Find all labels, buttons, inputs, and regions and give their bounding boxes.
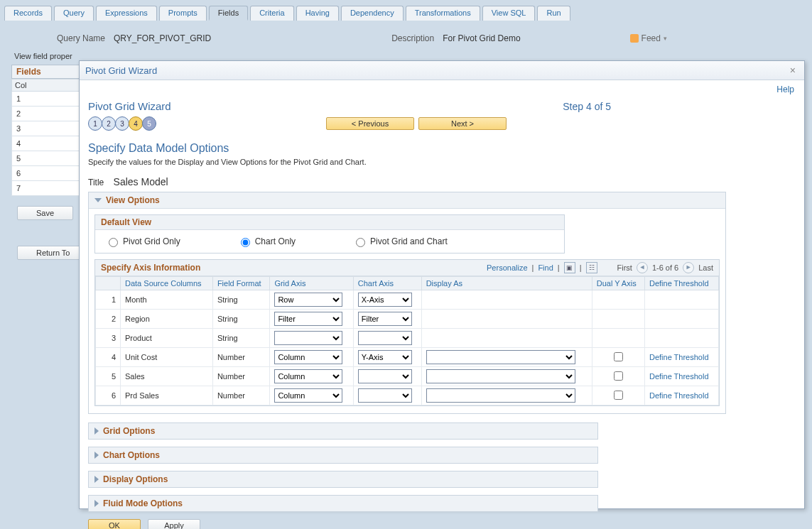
step-1[interactable]: 1 [88,116,102,131]
grid-axis-select[interactable]: Filter [274,312,342,326]
fluid-mode-options-header[interactable]: Fluid Mode Options [88,495,598,512]
section-desc: Specify the values for the Display and V… [88,158,796,166]
first-label[interactable]: First [617,263,632,272]
step-indicator: Step 4 of 5 [563,101,611,112]
define-threshold-link[interactable]: Define Threshold [649,372,709,381]
data-source: Unit Cost [121,348,213,367]
chart-axis-select[interactable] [358,331,412,345]
display-options-header[interactable]: Display Options [88,471,598,488]
define-threshold-cell: Define Threshold [644,348,718,367]
display-as-cell [421,367,592,386]
last-label[interactable]: Last [698,263,713,272]
col-dual-y[interactable]: Dual Y Axis [592,277,644,290]
chart-axis-select[interactable] [358,369,412,383]
radio-input-pivot-grid-only[interactable] [109,238,118,247]
col-header-col[interactable]: Col [12,80,81,92]
tab-having[interactable]: Having [296,6,339,21]
step-3[interactable]: 3 [115,116,129,131]
radio-label: Chart Only [255,236,296,246]
find-link[interactable]: Find [538,263,553,272]
col-n: 2 [12,107,81,121]
view-options-panel: View Options Default View Pivot Grid Onl… [88,192,726,414]
ok-button[interactable]: OK [88,519,141,529]
grid-options-label: Grid Options [103,426,155,436]
grid-options-header[interactable]: Grid Options [88,422,598,440]
field-format: String [212,290,270,310]
chart-axis-select[interactable]: Y-Axis [358,350,412,364]
col-define-threshold[interactable]: Define Threshold [644,277,718,290]
tab-run[interactable]: Run [537,6,570,21]
dual-y-cell [592,310,644,329]
description-label: Description [391,33,434,43]
tab-dependency[interactable]: Dependency [341,6,404,21]
expand-icon [94,500,99,507]
next-page-icon[interactable]: ► [683,262,694,273]
step-5[interactable]: 5 [142,116,156,131]
radio-input-chart-only[interactable] [241,238,250,247]
previous-button[interactable]: < Previous [326,117,414,130]
display-as-select[interactable] [426,388,575,403]
field-format: Number [212,367,270,386]
grid-axis-select[interactable]: Column [274,350,342,364]
feed-label: Feed [642,33,661,43]
col-empty [96,277,121,290]
close-icon[interactable]: × [787,65,799,76]
description-value: For Pivot Grid Demo [443,33,520,43]
help-link[interactable]: Help [776,84,794,94]
tab-criteria[interactable]: Criteria [250,6,293,21]
step-2[interactable]: 2 [102,116,116,131]
tab-query[interactable]: Query [54,6,94,21]
radio-pivot-and-chart[interactable]: Pivot Grid and Chart [352,236,448,247]
step-4[interactable]: 4 [129,116,143,131]
save-button[interactable]: Save [17,206,73,220]
col-n: 1 [12,92,81,107]
chart-axis-select[interactable]: X-Axis [358,293,412,307]
tab-fields[interactable]: Fields [209,6,248,21]
dual-y-checkbox[interactable] [614,391,623,400]
feed-link[interactable]: Feed ▾ [630,33,667,43]
grid-axis-select[interactable]: Row [274,293,342,307]
tab-records[interactable]: Records [4,6,52,21]
dual-y-checkbox[interactable] [614,371,623,381]
tab-prompts[interactable]: Prompts [159,6,207,21]
dual-y-checkbox[interactable] [614,352,623,361]
define-threshold-cell [644,310,718,329]
tab-view-sql[interactable]: View SQL [482,6,536,21]
view-options-header[interactable]: View Options [89,192,725,209]
chart-options-header[interactable]: Chart Options [88,447,598,464]
radio-chart-only[interactable]: Chart Only [237,236,296,247]
row-number: 5 [96,367,121,386]
display-as-cell [421,290,592,310]
grid-axis-select[interactable]: Column [274,369,342,383]
title-label: Title [88,178,104,187]
apply-button[interactable]: Apply [148,519,200,529]
define-threshold-link[interactable]: Define Threshold [649,353,709,361]
download-icon[interactable]: ☷ [586,262,597,273]
chart-axis-select[interactable] [358,388,412,403]
personalize-link[interactable]: Personalize [487,263,527,272]
grid-axis-select[interactable]: Column [274,388,342,403]
prev-page-icon[interactable]: ◄ [637,262,648,273]
tab-expressions[interactable]: Expressions [96,6,157,21]
wizard-name: Pivot Grid Wizard [88,100,171,112]
define-threshold-cell [644,290,718,310]
radio-input-pivot-and-chart[interactable] [356,238,365,247]
col-field-format[interactable]: Field Format [212,277,270,290]
grid-axis-select[interactable] [274,331,342,345]
display-as-select[interactable] [426,350,575,364]
view-all-icon[interactable]: ▣ [564,262,575,273]
col-grid-axis[interactable]: Grid Axis [270,277,353,290]
rss-icon [630,34,639,43]
col-chart-axis[interactable]: Chart Axis [353,277,421,290]
default-view-header: Default View [95,215,564,230]
define-threshold-cell: Define Threshold [644,367,718,386]
fluid-mode-options-label: Fluid Mode Options [103,498,183,508]
define-threshold-link[interactable]: Define Threshold [649,391,709,400]
next-button[interactable]: Next > [418,117,507,130]
col-data-source[interactable]: Data Source Columns [121,277,213,290]
tab-transformations[interactable]: Transformations [406,6,480,21]
col-display-as[interactable]: Display As [421,277,592,290]
display-as-select[interactable] [426,369,575,383]
radio-pivot-grid-only[interactable]: Pivot Grid Only [105,236,180,247]
chart-axis-select[interactable]: Filter [358,312,412,326]
